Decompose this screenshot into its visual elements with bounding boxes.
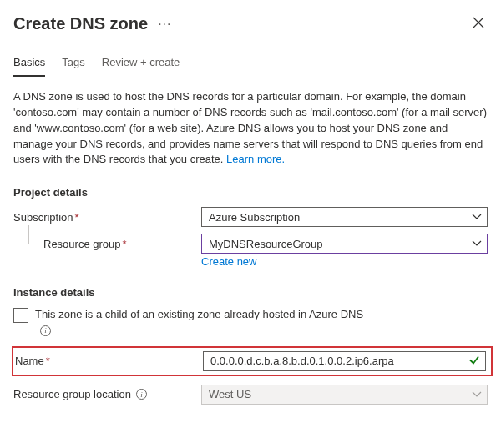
- instance-details-heading: Instance details: [13, 286, 488, 299]
- footer-bar: Review + create Previous Next : Tags > D…: [0, 445, 501, 448]
- more-menu-icon[interactable]: ···: [158, 17, 171, 32]
- location-value: West US: [209, 388, 251, 400]
- chevron-down-icon: [472, 391, 482, 398]
- location-select: West US: [201, 385, 488, 405]
- info-icon[interactable]: i: [40, 325, 51, 336]
- create-new-rg-link[interactable]: Create new: [201, 255, 256, 268]
- close-icon[interactable]: [469, 13, 488, 34]
- subscription-select[interactable]: Azure Subscription: [201, 207, 488, 227]
- chevron-down-icon: [472, 240, 482, 247]
- chevron-down-icon: [472, 214, 482, 220]
- info-icon[interactable]: i: [136, 389, 147, 400]
- name-row-highlight: Name* 0.0.0.0.d.c.b.a.8.b.d.0.1.0.0.2.ip…: [12, 346, 493, 376]
- zone-name-input[interactable]: 0.0.0.0.d.c.b.a.8.b.d.0.1.0.0.2.ip6.arpa: [203, 351, 486, 371]
- resource-group-select[interactable]: MyDNSResourceGroup: [201, 234, 488, 254]
- child-zone-label: This zone is a child of an existing zone…: [35, 307, 369, 337]
- subscription-value: Azure Subscription: [209, 211, 300, 224]
- tab-bar: Basics Tags Review + create: [13, 56, 488, 78]
- intro-text: A DNS zone is used to host the DNS recor…: [13, 89, 488, 168]
- learn-more-link[interactable]: Learn more.: [226, 153, 285, 165]
- tab-tags[interactable]: Tags: [62, 56, 84, 77]
- tab-review[interactable]: Review + create: [102, 56, 180, 77]
- name-label: Name*: [15, 355, 203, 367]
- location-label: Resource group location i: [13, 388, 201, 400]
- project-details-heading: Project details: [13, 186, 488, 199]
- subscription-label: Subscription*: [13, 211, 201, 224]
- child-zone-checkbox[interactable]: [13, 308, 28, 323]
- resource-group-label: Resource group*: [13, 238, 201, 250]
- zone-name-value: 0.0.0.0.d.c.b.a.8.b.d.0.1.0.0.2.ip6.arpa: [210, 355, 394, 367]
- page-title: Create DNS zone: [13, 14, 148, 33]
- validation-check-icon: [468, 354, 480, 368]
- resource-group-value: MyDNSResourceGroup: [209, 238, 323, 250]
- tab-basics[interactable]: Basics: [13, 56, 45, 77]
